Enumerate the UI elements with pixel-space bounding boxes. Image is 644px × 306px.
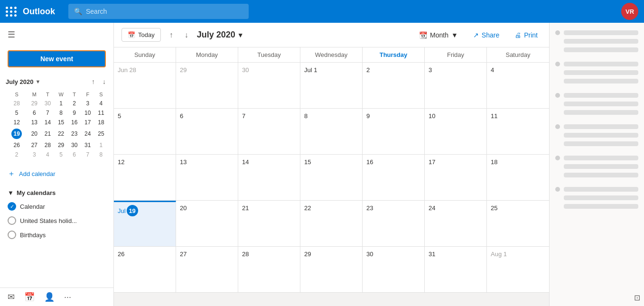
mini-cal-day[interactable]: 4: [41, 150, 54, 159]
mini-cal-day[interactable]: 21: [41, 127, 54, 140]
mini-cal-day[interactable]: 6: [68, 150, 81, 159]
my-calendars-header[interactable]: ▼ My calendars: [0, 186, 113, 199]
mini-cal-day[interactable]: 26: [6, 140, 28, 150]
calendar-cell[interactable]: 5: [114, 109, 176, 154]
calendar-cell[interactable]: 12: [114, 155, 176, 200]
mini-cal-day[interactable]: 24: [81, 127, 94, 140]
mini-cal-day[interactable]: 29: [28, 99, 41, 108]
calendar-cell[interactable]: Aug 1: [487, 247, 549, 292]
calendar-cell[interactable]: 9: [363, 109, 425, 154]
mini-cal-day[interactable]: 22: [55, 127, 68, 140]
calendar-cell[interactable]: 26: [114, 247, 176, 292]
calendar-cell[interactable]: 13: [176, 155, 238, 200]
calendar-cell[interactable]: Jul 1: [300, 63, 363, 108]
calendar-cell[interactable]: 2: [363, 63, 425, 108]
prev-button[interactable]: ↑: [167, 29, 176, 41]
mini-cal-day[interactable]: 20: [28, 127, 41, 140]
mini-cal-day[interactable]: 14: [41, 118, 54, 127]
calendar-cell[interactable]: 20: [176, 201, 238, 246]
share-button[interactable]: ↗ Share: [469, 28, 503, 42]
mini-cal-day[interactable]: 29: [55, 140, 68, 150]
calendar-cell[interactable]: 17: [425, 155, 487, 200]
mini-cal-prev-button[interactable]: ↑: [90, 77, 97, 86]
mini-cal-day[interactable]: 12: [6, 118, 28, 127]
calendar-cell[interactable]: Jul 19: [114, 201, 176, 246]
calendar-cell[interactable]: 18: [487, 155, 549, 200]
mini-cal-day[interactable]: 9: [68, 108, 81, 118]
calendar-cell[interactable]: 25: [487, 201, 549, 246]
calendar-item[interactable]: Calendar: [0, 199, 113, 213]
mini-cal-day[interactable]: 4: [94, 99, 108, 108]
mini-cal-day[interactable]: 10: [81, 108, 94, 118]
mini-cal-day[interactable]: 8: [55, 108, 68, 118]
new-event-button[interactable]: New event: [8, 50, 106, 67]
mini-cal-day[interactable]: 3: [81, 99, 94, 108]
mini-cal-day[interactable]: 15: [55, 118, 68, 127]
mini-cal-day[interactable]: 25: [94, 127, 108, 140]
today-button[interactable]: 📅 Today: [121, 28, 161, 42]
mini-cal-day[interactable]: 28: [41, 140, 54, 150]
mini-cal-day[interactable]: 7: [41, 108, 54, 118]
calendar-cell[interactable]: 21: [238, 201, 300, 246]
mail-icon[interactable]: ✉: [8, 292, 15, 302]
more-icon[interactable]: ···: [64, 292, 71, 302]
mini-cal-day[interactable]: 1: [94, 140, 108, 150]
calendar-cell[interactable]: 16: [363, 155, 425, 200]
mini-cal-day[interactable]: 1: [55, 99, 68, 108]
calendar-cell[interactable]: 4: [487, 63, 549, 108]
panel-toggle-icon[interactable]: ⊡: [634, 293, 640, 302]
mini-cal-next-button[interactable]: ↓: [101, 77, 108, 86]
mini-cal-day[interactable]: 31: [81, 140, 94, 150]
mini-cal-title[interactable]: July 2020 ▼: [6, 78, 40, 85]
mini-cal-day[interactable]: 5: [55, 150, 68, 159]
mini-cal-day[interactable]: 28: [6, 99, 28, 108]
calendar-icon[interactable]: 📅: [24, 292, 35, 302]
mini-cal-day[interactable]: 3: [28, 150, 41, 159]
calendar-cell[interactable]: 23: [363, 201, 425, 246]
mini-cal-day[interactable]: 18: [94, 118, 108, 127]
mini-cal-day[interactable]: 30: [41, 99, 54, 108]
search-bar[interactable]: 🔍 Search: [68, 4, 249, 19]
calendar-cell[interactable]: 28: [238, 247, 300, 292]
calendar-cell[interactable]: 11: [487, 109, 549, 154]
calendar-cell[interactable]: 30: [238, 63, 300, 108]
calendar-cell[interactable]: 10: [425, 109, 487, 154]
mini-cal-day[interactable]: 30: [68, 140, 81, 150]
calendar-cell[interactable]: 3: [425, 63, 487, 108]
calendar-cell[interactable]: 29: [300, 247, 363, 292]
hamburger-menu[interactable]: ☰: [0, 23, 113, 46]
mini-cal-day[interactable]: 17: [81, 118, 94, 127]
add-calendar-button[interactable]: ＋ Add calendar: [0, 165, 113, 183]
mini-cal-day[interactable]: 27: [28, 140, 41, 150]
mini-cal-day[interactable]: 13: [28, 118, 41, 127]
calendar-cell[interactable]: 22: [300, 201, 363, 246]
people-icon[interactable]: 👤: [44, 292, 55, 302]
calendar-cell[interactable]: 30: [363, 247, 425, 292]
mini-cal-day[interactable]: 8: [94, 150, 108, 159]
current-month-label[interactable]: July 2020 ▼: [197, 30, 244, 40]
mini-cal-day[interactable]: 2: [68, 99, 81, 108]
calendar-cell[interactable]: 31: [425, 247, 487, 292]
calendar-cell[interactable]: 8: [300, 109, 363, 154]
calendar-cell[interactable]: 6: [176, 109, 238, 154]
calendar-item[interactable]: United States holid...: [0, 213, 113, 228]
mini-cal-day[interactable]: 2: [6, 150, 28, 159]
mini-cal-day[interactable]: 5: [6, 108, 28, 118]
calendar-cell[interactable]: 14: [238, 155, 300, 200]
print-button[interactable]: 🖨 Print: [511, 28, 541, 42]
apps-grid-icon[interactable]: [6, 7, 17, 17]
avatar[interactable]: VR: [621, 3, 638, 20]
mini-cal-day[interactable]: 23: [68, 127, 81, 140]
calendar-cell[interactable]: 24: [425, 201, 487, 246]
mini-cal-day[interactable]: 6: [28, 108, 41, 118]
calendar-cell[interactable]: 15: [300, 155, 363, 200]
mini-cal-day[interactable]: 7: [81, 150, 94, 159]
calendar-cell[interactable]: 27: [176, 247, 238, 292]
calendar-item[interactable]: Birthdays: [0, 228, 113, 242]
next-button[interactable]: ↓: [182, 29, 191, 41]
calendar-cell[interactable]: 7: [238, 109, 300, 154]
calendar-cell[interactable]: 29: [176, 63, 238, 108]
calendar-cell[interactable]: Jun 28: [114, 63, 176, 108]
mini-cal-day[interactable]: 11: [94, 108, 108, 118]
mini-cal-day[interactable]: 16: [68, 118, 81, 127]
